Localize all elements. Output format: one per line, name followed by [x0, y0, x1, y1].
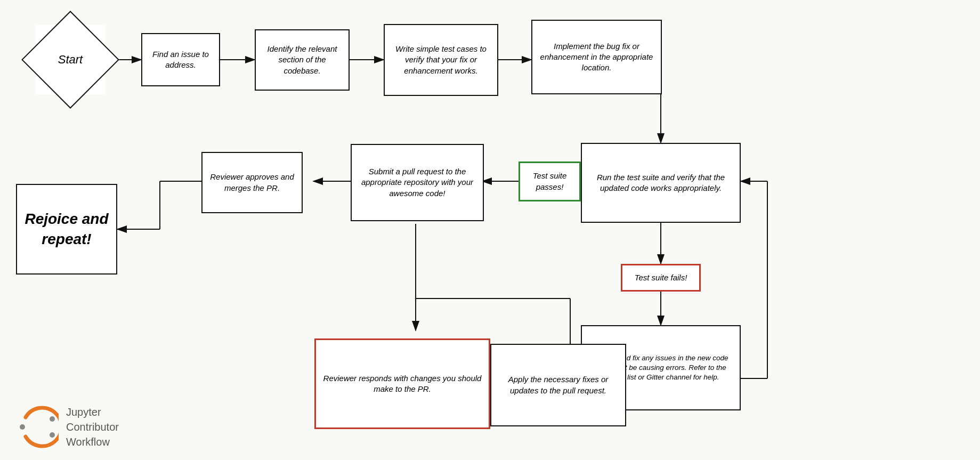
svg-point-22: [20, 424, 25, 430]
node-test-passes: Test suite passes!: [519, 162, 581, 201]
node-write-tests: Write simple test cases to verify that y…: [384, 24, 498, 96]
start-node: Start: [36, 25, 105, 94]
node-rejoice: Rejoice and repeat!: [16, 184, 117, 275]
node-apply-fixes: Apply the necessary fixes or updates to …: [490, 344, 626, 426]
flowchart: Start Find an issue to address. Identify…: [0, 0, 980, 460]
node-find-issue: Find an issue to address.: [141, 33, 220, 86]
svg-point-24: [50, 432, 55, 438]
logo-label: JupyterContributorWorkflow: [66, 405, 119, 449]
logo-area: JupyterContributorWorkflow: [16, 405, 119, 449]
jupyter-logo: [16, 406, 59, 448]
node-implement: Implement the bug fix or enhancement in …: [531, 20, 662, 94]
node-identify-section: Identify the relevant section of the cod…: [255, 29, 350, 91]
node-test-fails: Test suite fails!: [621, 264, 701, 292]
node-reviewer-approves: Reviewer approves and merges the PR.: [201, 152, 303, 213]
node-reviewer-responds: Reviewer responds with changes you shoul…: [314, 338, 490, 429]
node-run-tests: Run the test suite and verify that the u…: [581, 143, 741, 223]
node-submit-pr: Submit a pull request to the appropriate…: [351, 144, 484, 221]
svg-point-23: [50, 416, 55, 422]
start-label: Start: [58, 53, 83, 67]
